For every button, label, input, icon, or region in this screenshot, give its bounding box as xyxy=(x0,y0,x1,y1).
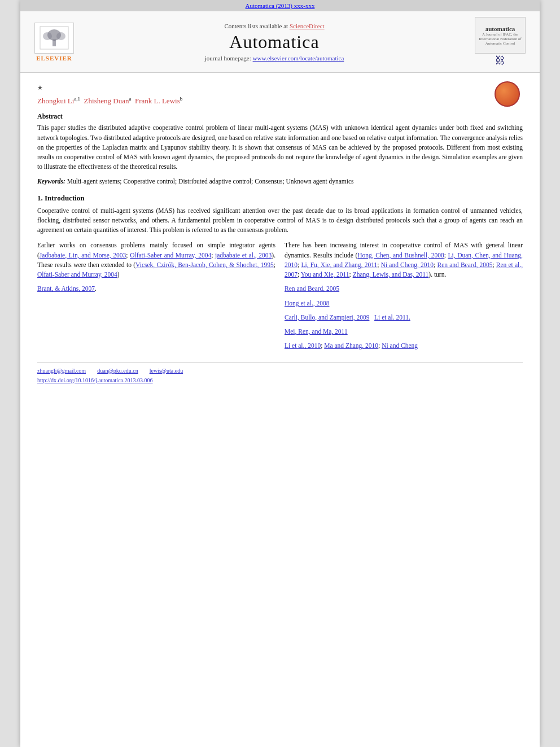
doi-anchor[interactable]: http://dx.doi.org/10.1016/j.automatica.2… xyxy=(37,377,153,383)
ref-ren-beard[interactable]: Ren and Beard, 2005 xyxy=(285,285,339,292)
homepage-line: journal homepage: www.elsevier.com/locat… xyxy=(77,55,472,62)
page-container: Automatica (2013) xxx-xxx ELSEVIER C xyxy=(20,0,540,747)
intro-col-left: Earlier works on consensus problems main… xyxy=(37,241,275,351)
ref-brant[interactable]: Brant, & Atkins, 2007 xyxy=(37,285,95,292)
keywords-section: Keywords: Multi-agent systems; Cooperati… xyxy=(37,178,523,185)
journal-title: Automatica xyxy=(77,32,472,53)
auto-title: automatica xyxy=(485,25,515,32)
ref-ren2005[interactable]: Ren and Beard, 2005 xyxy=(437,261,492,268)
ref-jadbabaie[interactable]: Jadbabaie, Lin, and Morse, 2003 xyxy=(40,252,126,259)
ref-carli[interactable]: Carli, Bullo, and Zampieri, 2009 xyxy=(285,314,369,321)
keywords-label: Keywords: xyxy=(37,178,65,185)
author-link-3[interactable]: Frank L. Lewis xyxy=(135,97,180,105)
author2-sup: a xyxy=(129,96,131,102)
abstract-label: Abstract xyxy=(37,112,523,121)
sciencedirect-link[interactable]: ScienceDirect xyxy=(290,23,325,29)
author3-sup: b xyxy=(180,96,183,102)
intro-right-p3: Hong et al., 2008 xyxy=(285,299,523,308)
logo-box: automatica A Journal of IFAC, the Intern… xyxy=(475,17,526,54)
journal-logo-right: automatica A Journal of IFAC, the Intern… xyxy=(472,17,528,67)
ref-li2010b[interactable]: Li et al., 2010 xyxy=(285,342,321,349)
svg-rect-2 xyxy=(53,40,56,46)
intro-section: 1. Introduction Cooperative control of m… xyxy=(37,194,523,351)
doi-link: http://dx.doi.org/10.1016/j.automatica.2… xyxy=(37,377,523,383)
abstract-text: This paper studies the distributed adapt… xyxy=(37,123,523,172)
ref-you[interactable]: You and Xie, 2011 xyxy=(301,271,349,278)
homepage-link[interactable]: www.elsevier.com/locate/automatica xyxy=(253,55,344,62)
top-bar: Automatica (2013) xxx-xxx xyxy=(20,0,540,11)
intro-right-p6: Li et al., 2010; Ma and Zhang, 2010; Ni … xyxy=(285,341,523,351)
email-links: zhuangli@gmail.com duan@pku.edu.cn lewis… xyxy=(37,368,523,374)
ref-vicsek[interactable]: Vicsek, Czirók, Ben-Jacob, Cohen, & Shoc… xyxy=(135,261,274,268)
intro-right-p1: There has been increasing interest in co… xyxy=(285,241,523,279)
elsevier-text: ELSEVIER xyxy=(36,55,72,62)
two-col-intro: Earlier works on consensus problems main… xyxy=(37,241,523,351)
ref-li2011[interactable]: Li, Fu, Xie, and Zhang, 2011 xyxy=(301,261,377,268)
ref-mei[interactable]: Mei, Ren, and Ma, 2011 xyxy=(285,328,348,335)
email1-link[interactable]: zhuangli@gmail.com xyxy=(37,368,86,374)
ref-ni[interactable]: Ni and Cheng, 2010 xyxy=(381,261,434,268)
intro-right-p4: Carli, Bullo, and Zampieri, 2009 Li et a… xyxy=(285,313,523,322)
authors-line: Zhongkui Lia,1 Zhisheng Duana Frank L. L… xyxy=(37,96,523,106)
svg-point-4 xyxy=(56,32,65,40)
author-link-2[interactable]: Zhisheng Duan xyxy=(84,97,129,105)
keywords-text: Multi-agent systems; Cooperative control… xyxy=(67,178,354,185)
abstract-section: Abstract This paper studies the distribu… xyxy=(37,112,523,172)
ref-hong[interactable]: Hong, Chen, and Bushnell, 2008 xyxy=(357,252,444,259)
ref-hong2008[interactable]: Hong et al., 2008 xyxy=(285,300,330,307)
elsevier-logo: ELSEVIER xyxy=(32,23,77,62)
svg-point-3 xyxy=(43,32,52,40)
article-body: ★ Zhongkui Lia,1 Zhisheng Duana Frank L.… xyxy=(20,73,540,400)
intro-right-p2: Ren and Beard, 2005 xyxy=(285,284,523,294)
author-link-1[interactable]: Zhongkui Li xyxy=(37,97,74,105)
ref-ni2[interactable]: Ni and Cheng xyxy=(382,342,418,349)
article-thumbnail xyxy=(495,81,523,110)
thumb-circle xyxy=(495,81,520,107)
email3-link[interactable]: lewis@uta.edu xyxy=(150,368,183,374)
journal-header: ELSEVIER Contents lists available at Sci… xyxy=(20,11,540,73)
intro-para1: Cooperative control of multi-agent syste… xyxy=(37,206,523,235)
ref-ma[interactable]: Ma and Zhang, 2010 xyxy=(324,342,378,349)
footnote-section: zhuangli@gmail.com duan@pku.edu.cn lewis… xyxy=(37,362,523,383)
article-note: ★ xyxy=(37,84,523,91)
author1-sup: a,1 xyxy=(74,96,80,102)
intro-left-p1: Earlier works on consensus problems main… xyxy=(37,241,275,279)
top-bar-link[interactable]: Automatica (2013) xxx-xxx xyxy=(246,2,315,9)
ref-olfati2[interactable]: Olfati-Saber and Murray, 2004 xyxy=(37,271,117,278)
auto-sub: A Journal of IFAC, the International Fed… xyxy=(475,32,525,46)
intro-right-p5: Mei, Ren, and Ma, 2011 xyxy=(285,327,523,337)
ref-olfati1[interactable]: Olfati-Saber and Murray, 2004 xyxy=(130,252,211,259)
contents-line: Contents lists available at ScienceDirec… xyxy=(77,23,472,29)
ref-li2011b[interactable]: Li et al. 2011. xyxy=(374,314,410,321)
email2-link[interactable]: duan@pku.edu.cn xyxy=(97,368,138,374)
elsevier-logo-image xyxy=(34,23,74,54)
journal-header-center: Contents lists available at ScienceDirec… xyxy=(77,23,472,62)
link-icon: ⛓ xyxy=(495,55,505,67)
ref-jadbabaie2[interactable]: jadbabaie et al., 2003 xyxy=(215,252,272,259)
intro-heading: 1. Introduction xyxy=(37,194,523,203)
intro-col-right: There has been increasing interest in co… xyxy=(285,241,523,351)
ref-zhang[interactable]: Zhang, Lewis, and Das, 2011 xyxy=(353,271,429,278)
intro-left-p2: Brant, & Atkins, 2007. xyxy=(37,284,275,294)
